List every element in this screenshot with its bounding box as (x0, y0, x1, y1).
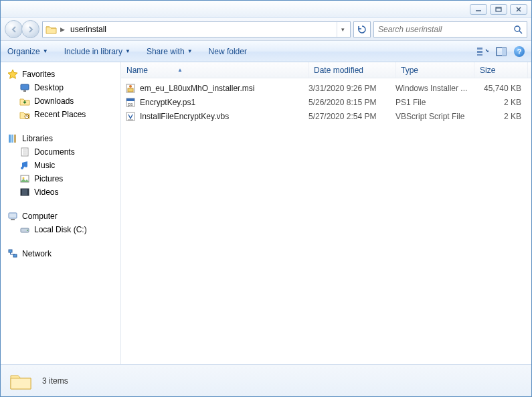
title-bar (1, 1, 531, 18)
file-list: Name ▲ Date modified Type Size em_eu_L80… (121, 62, 531, 364)
folder-icon (46, 24, 58, 35)
sidebar-pictures[interactable]: Pictures (3, 172, 118, 185)
svg-rect-31 (9, 250, 12, 252)
help-button[interactable]: ? (514, 46, 525, 57)
svg-rect-9 (477, 54, 482, 56)
breadcrumb-folder[interactable]: userinstall (66, 22, 110, 37)
sidebar-documents[interactable]: Documents (3, 145, 118, 159)
close-button[interactable] (510, 4, 527, 15)
file-name: InstallFileEncryptKey.vbs (140, 112, 229, 121)
sidebar-downloads[interactable]: Downloads (3, 94, 118, 108)
sidebar-recent-places[interactable]: Recent Places (3, 108, 118, 121)
chevron-down-icon: ▼ (125, 48, 130, 54)
folder-icon (9, 370, 33, 392)
svg-rect-11 (502, 48, 506, 56)
chevron-down-icon: ▼ (43, 48, 48, 54)
disk-icon (19, 224, 30, 235)
file-row[interactable]: psEncryptKey.ps15/26/2020 8:15 PMPS1 Fil… (121, 95, 531, 109)
file-row[interactable]: em_eu_L80uxMhO_installer.msi3/31/2020 9:… (121, 81, 531, 95)
file-type: Windows Installer ... (395, 84, 474, 93)
sidebar-libraries[interactable]: Libraries (3, 132, 118, 145)
include-in-library-menu[interactable]: Include in library ▼ (64, 47, 130, 56)
pictures-icon (19, 173, 30, 184)
svg-text:ps: ps (128, 102, 133, 107)
sidebar-music[interactable]: Music (3, 159, 118, 172)
file-size: 2 KB (474, 112, 528, 121)
libraries-icon (7, 133, 18, 144)
organize-label: Organize (7, 47, 40, 56)
documents-icon (19, 147, 30, 157)
file-date: 5/26/2020 8:15 PM (308, 98, 395, 107)
svg-rect-15 (9, 135, 11, 143)
file-type: PS1 File (395, 98, 474, 107)
navigation-pane[interactable]: Favorites Desktop Downloads Recent Place… (1, 62, 121, 364)
file-icon (125, 83, 136, 94)
share-with-menu[interactable]: Share with ▼ (147, 47, 193, 56)
svg-rect-12 (21, 84, 29, 90)
search-input[interactable] (378, 25, 513, 34)
forward-button[interactable] (21, 20, 39, 38)
address-dropdown[interactable]: ▾ (337, 22, 349, 37)
new-folder-button[interactable]: New folder (209, 47, 247, 56)
sidebar-computer[interactable]: Computer (3, 210, 118, 223)
share-label: Share with (147, 47, 185, 56)
file-row[interactable]: InstallFileEncryptKey.vbs5/27/2020 2:54 … (121, 109, 531, 123)
svg-rect-8 (477, 51, 482, 53)
svg-rect-7 (477, 48, 482, 50)
file-icon: ps (125, 97, 136, 108)
file-size: 45,740 KB (474, 84, 528, 93)
status-text: 3 items (42, 376, 68, 386)
file-rows: em_eu_L80uxMhO_installer.msi3/31/2020 9:… (121, 78, 531, 364)
file-size: 2 KB (474, 98, 528, 107)
details-pane: 3 items (1, 364, 531, 396)
back-button[interactable] (5, 20, 23, 38)
file-date: 3/31/2020 9:26 PM (308, 84, 395, 93)
downloads-icon (19, 96, 30, 106)
newfolder-label: New folder (209, 47, 247, 56)
file-type: VBScript Script File (395, 112, 474, 121)
maximize-button[interactable] (490, 4, 507, 15)
chevron-down-icon: ▼ (187, 48, 193, 54)
desktop-icon (19, 82, 30, 93)
music-icon (19, 160, 30, 171)
svg-point-30 (27, 230, 28, 231)
videos-icon (19, 187, 30, 197)
svg-rect-16 (11, 135, 13, 143)
navigation-bar: ▶ userinstall ▾ (1, 18, 531, 41)
view-options-button[interactable] (476, 46, 489, 58)
sidebar-network[interactable]: Network (3, 247, 118, 260)
svg-rect-28 (11, 219, 15, 220)
column-type[interactable]: Type (395, 62, 474, 78)
address-bar[interactable]: ▶ userinstall ▾ (42, 21, 351, 37)
column-date[interactable]: Date modified (308, 62, 395, 78)
sidebar-favorites[interactable]: Favorites (3, 68, 118, 81)
include-label: Include in library (64, 47, 122, 56)
svg-rect-26 (27, 189, 29, 195)
svg-point-5 (515, 26, 520, 31)
svg-rect-13 (23, 90, 26, 92)
column-headers: Name ▲ Date modified Type Size (121, 62, 531, 78)
computer-icon (7, 211, 18, 222)
organize-menu[interactable]: Organize ▼ (7, 47, 48, 56)
column-size[interactable]: Size (474, 62, 528, 78)
preview-pane-button[interactable] (495, 46, 507, 58)
network-icon (7, 248, 18, 259)
svg-rect-25 (21, 189, 22, 195)
sort-ascending-icon: ▲ (177, 67, 183, 73)
search-box[interactable] (373, 21, 527, 37)
svg-rect-27 (9, 213, 17, 218)
minimize-button[interactable] (470, 4, 487, 15)
sidebar-desktop[interactable]: Desktop (3, 81, 118, 94)
column-name[interactable]: Name ▲ (121, 62, 308, 78)
sidebar-videos[interactable]: Videos (3, 185, 118, 199)
file-name: EncryptKey.ps1 (140, 98, 195, 107)
refresh-button[interactable] (353, 21, 371, 37)
file-name: em_eu_L80uxMhO_installer.msi (140, 84, 254, 93)
sidebar-local-disk[interactable]: Local Disk (C:) (3, 223, 118, 236)
svg-rect-37 (126, 98, 135, 101)
file-date: 5/27/2020 2:54 PM (308, 112, 395, 121)
recent-icon (19, 109, 30, 120)
main-area: Favorites Desktop Downloads Recent Place… (1, 62, 531, 364)
svg-rect-32 (13, 254, 17, 257)
file-icon (125, 111, 136, 122)
